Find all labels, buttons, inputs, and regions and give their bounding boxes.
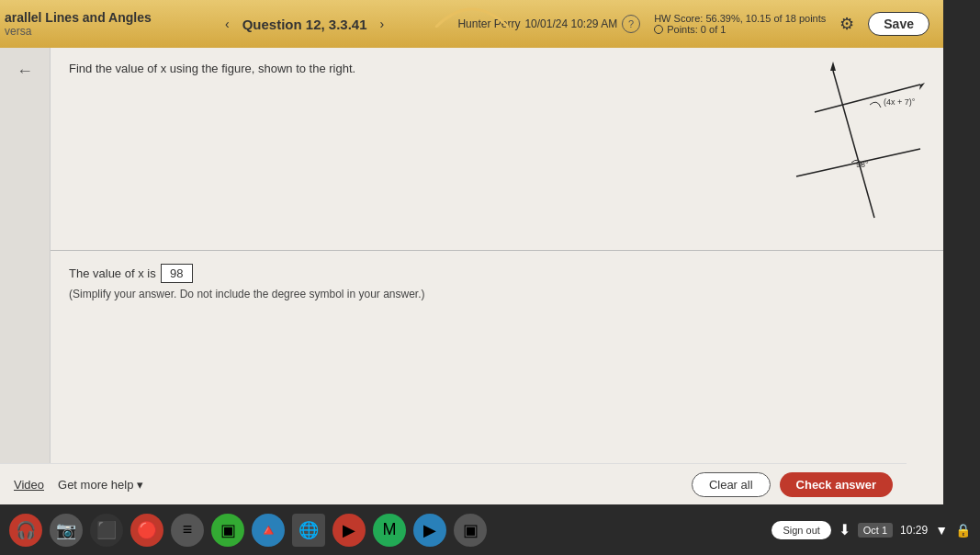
taskbar-icon-4[interactable]: 🔴 xyxy=(130,514,163,547)
taskbar: 🎧 📷 ⬛ 🔴 ≡ ▣ 🔺 🌐 ▶ M ▶ ▣ Sign out ⬇ Oct 1… xyxy=(0,504,980,555)
answer-area: The value of x is 98 (Simplify your answ… xyxy=(69,264,925,300)
geometry-figure-area: (4x + 7)° 98° xyxy=(741,57,925,241)
check-answer-button[interactable]: Check answer xyxy=(780,472,893,497)
geometry-figure: (4x + 7)° 98° xyxy=(741,57,925,241)
points-label: Points: 0 of 1 xyxy=(667,24,726,35)
hw-score: HW Score: 56.39%, 10.15 of 18 points xyxy=(654,13,826,24)
course-info: arallel Lines and Angles versa xyxy=(5,10,152,39)
taskbar-icon-11[interactable]: ▶ xyxy=(413,514,446,547)
bottom-left: Video Get more help ▾ xyxy=(14,478,143,492)
taskbar-clock: 10:29 xyxy=(900,524,928,537)
answer-prefix: The value of x is xyxy=(69,266,156,280)
wifi-icon: ▼ xyxy=(935,523,948,538)
top-bar-right: Hunter Perry 10/01/24 10:29 AM ? HW Scor… xyxy=(457,12,929,36)
taskbar-icon-5[interactable]: ≡ xyxy=(171,514,204,547)
taskbar-icon-9[interactable]: ▶ xyxy=(332,514,366,547)
get-more-help-link[interactable]: Get more help ▾ xyxy=(58,478,143,492)
date-time: 10/01/24 10:29 AM xyxy=(524,17,617,30)
next-question-button[interactable]: › xyxy=(375,15,390,33)
taskbar-icon-3[interactable]: ⬛ xyxy=(90,514,123,547)
bottom-bar: Video Get more help ▾ Clear all Check an… xyxy=(0,463,907,504)
lock-icon: 🔒 xyxy=(955,523,971,538)
user-info: Hunter Perry 10/01/24 10:29 AM ? xyxy=(457,15,640,33)
question-label: Question 12, 3.3.41 xyxy=(242,17,367,32)
taskbar-date: Oct 1 xyxy=(858,523,893,538)
course-subtitle: versa xyxy=(5,25,152,38)
left-sidebar: ← xyxy=(0,48,51,504)
sign-out-button[interactable]: Sign out xyxy=(772,521,830,539)
prev-question-button[interactable]: ‹ xyxy=(220,15,235,33)
taskbar-icon-6[interactable]: ▣ xyxy=(211,514,244,547)
main-screen: arallel Lines and Angles versa ‹ Questio… xyxy=(0,0,943,504)
user-name: Hunter Perry xyxy=(457,17,520,30)
save-button[interactable]: Save xyxy=(868,12,929,36)
svg-text:(4x + 7)°: (4x + 7)° xyxy=(884,97,916,107)
answer-text-line: The value of x is 98 xyxy=(69,264,925,283)
taskbar-right: Sign out ⬇ Oct 1 10:29 ▼ 🔒 xyxy=(772,521,971,539)
taskbar-icon-7[interactable]: 🔺 xyxy=(252,514,285,547)
gear-icon: ⚙ xyxy=(839,15,854,33)
gear-button[interactable]: ⚙ xyxy=(839,14,854,34)
help-button[interactable]: ? xyxy=(622,15,640,33)
taskbar-icon-8[interactable]: 🌐 xyxy=(292,514,325,547)
taskbar-icon-12[interactable]: ▣ xyxy=(454,514,487,547)
taskbar-icon-2[interactable]: 📷 xyxy=(50,514,83,547)
help-icon: ? xyxy=(628,18,634,29)
points-line: Points: 0 of 1 xyxy=(654,24,726,35)
content-area: ← Find the value of x using the figure, … xyxy=(0,48,943,504)
question-nav: ‹ Question 12, 3.3.41 › xyxy=(220,15,389,33)
score-section: HW Score: 56.39%, 10.15 of 18 points Poi… xyxy=(654,13,826,35)
clear-all-button[interactable]: Clear all xyxy=(692,472,771,497)
video-link[interactable]: Video xyxy=(14,478,44,492)
course-title: arallel Lines and Angles xyxy=(5,10,152,26)
download-icon: ⬇ xyxy=(839,521,850,538)
back-button[interactable]: ← xyxy=(17,62,33,81)
answer-hint: (Simplify your answer. Do not include th… xyxy=(69,288,925,300)
taskbar-icon-10[interactable]: M xyxy=(373,514,406,547)
points-icon xyxy=(654,25,663,34)
taskbar-icon-1[interactable]: 🎧 xyxy=(9,514,42,547)
divider xyxy=(51,250,943,251)
svg-marker-4 xyxy=(919,83,925,90)
svg-marker-3 xyxy=(830,62,836,71)
top-bar: arallel Lines and Angles versa ‹ Questio… xyxy=(0,0,943,48)
bottom-right: Clear all Check answer xyxy=(692,472,893,497)
answer-input-box[interactable]: 98 xyxy=(161,264,193,283)
right-panel xyxy=(943,0,980,504)
main-content: Find the value of x using the figure, sh… xyxy=(51,48,943,504)
svg-line-2 xyxy=(833,71,874,218)
taskbar-icons: 🎧 📷 ⬛ 🔴 ≡ ▣ 🔺 🌐 ▶ M ▶ ▣ xyxy=(9,514,487,547)
